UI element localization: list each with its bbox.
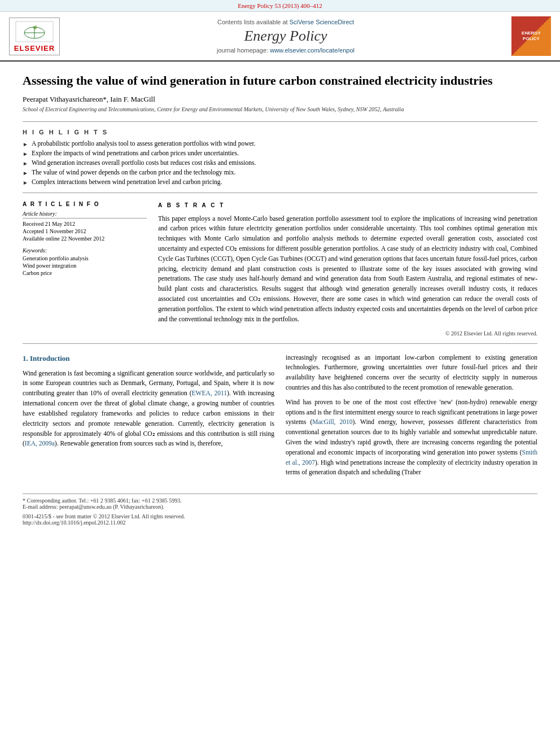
copyright-line: © 2012 Elsevier Ltd. All rights reserved… bbox=[158, 329, 537, 338]
abstract-column: A B S T R A C T This paper employs a nov… bbox=[158, 201, 537, 338]
main-content: Assessing the value of wind generation i… bbox=[0, 62, 560, 537]
footnote-section: * Corresponding author. Tel.: +61 2 9385… bbox=[23, 493, 537, 510]
highlight-item-5: ► Complex interactions between wind pene… bbox=[23, 178, 537, 186]
info-abstract-columns: A R T I C L E I N F O Article history: R… bbox=[23, 201, 537, 338]
article-info-label: A R T I C L E I N F O bbox=[23, 201, 147, 207]
highlight-arrow-1: ► bbox=[23, 141, 28, 147]
highlight-arrow-4: ► bbox=[23, 170, 28, 176]
smith-link[interactable]: Smith et al., 2007 bbox=[286, 449, 537, 466]
highlight-item-4: ► The value of wind power depends on the… bbox=[23, 169, 537, 176]
divider-1 bbox=[23, 121, 537, 122]
article-title: Assessing the value of wind generation i… bbox=[23, 73, 537, 89]
journal-citation-bar: Energy Policy 53 (2013) 400–412 bbox=[0, 0, 560, 12]
available-date: Available online 22 November 2012 bbox=[23, 235, 147, 242]
article-info-column: A R T I C L E I N F O Article history: R… bbox=[23, 201, 147, 338]
abstract-text: This paper employs a novel Monte-Carlo b… bbox=[158, 214, 537, 325]
journal-citation: Energy Policy 53 (2013) 400–412 bbox=[238, 2, 322, 9]
keyword-3: Carbon price bbox=[23, 270, 147, 276]
highlight-arrow-3: ► bbox=[23, 160, 28, 167]
journal-center-info: Contents lists available at SciVerse Sci… bbox=[60, 19, 511, 54]
intro-col2-para2: Wind has proven to be one of the most co… bbox=[286, 397, 537, 478]
highlight-text-3: Wind generation increases overall portfo… bbox=[32, 159, 256, 166]
elsevier-logo: 🌿 ELSEVIER bbox=[9, 18, 60, 55]
abstract-label: A B S T R A C T bbox=[158, 201, 537, 209]
intro-col1-para1: Wind generation is fast becoming a signi… bbox=[23, 369, 274, 449]
keywords-section: Keywords: Generation portfolio analysis … bbox=[23, 247, 147, 276]
highlight-item-2: ► Explore the impacts of wind penetratio… bbox=[23, 150, 537, 157]
highlight-item-3: ► Wind generation increases overall port… bbox=[23, 159, 537, 167]
homepage-line: journal homepage: www.elsevier.com/locat… bbox=[60, 47, 511, 54]
elsevier-logo-svg: 🌿 bbox=[15, 20, 54, 43]
highlight-arrow-2: ► bbox=[23, 151, 28, 157]
intro-heading: 1. Introduction bbox=[23, 353, 274, 364]
divider-3 bbox=[23, 343, 537, 344]
energy-policy-badge: ENERGY POLICY bbox=[511, 16, 551, 56]
corresponding-author: * Corresponding author. Tel.: +61 2 9385… bbox=[23, 497, 537, 504]
keywords-label: Keywords: bbox=[23, 247, 147, 254]
homepage-prefix: journal homepage: bbox=[217, 47, 270, 54]
highlight-text-5: Complex interactions between wind penetr… bbox=[32, 178, 222, 185]
sciverse-link[interactable]: SciVerse ScienceDirect bbox=[290, 19, 354, 25]
accepted-date: Accepted 1 November 2012 bbox=[23, 228, 147, 234]
badge-line2: POLICY bbox=[523, 36, 540, 42]
macgill-link[interactable]: MacGill, 2010 bbox=[312, 418, 352, 425]
keyword-1: Generation portfolio analysis bbox=[23, 255, 147, 261]
body-left-column: 1. Introduction Wind generation is fast … bbox=[23, 353, 274, 483]
highlights-label: H I G H L I G H T S bbox=[23, 129, 537, 136]
ewea-link[interactable]: EWEA, 2011 bbox=[192, 390, 228, 396]
homepage-link[interactable]: www.elsevier.com/locate/enpol bbox=[270, 47, 355, 54]
divider-2 bbox=[23, 193, 537, 193]
article-history-label: Article history: bbox=[23, 211, 147, 219]
email-address: E-mail address: peerapat@unsw.edu.au (P.… bbox=[23, 504, 537, 510]
body-columns: 1. Introduction Wind generation is fast … bbox=[23, 353, 537, 483]
elsevier-wordmark: ELSEVIER bbox=[12, 44, 57, 53]
journal-title: Energy Policy bbox=[60, 28, 511, 45]
highlight-item-1: ► A probabilistic portfolio analysis too… bbox=[23, 140, 537, 147]
received-date: Received 21 May 2012 bbox=[23, 221, 147, 227]
highlight-text-1: A probabilistic portfolio analysis tool … bbox=[32, 140, 256, 147]
sciverse-line: Contents lists available at SciVerse Sci… bbox=[60, 19, 511, 25]
bottom-info: 0301-4215/$ - see front matter © 2012 El… bbox=[23, 513, 537, 526]
iea-link[interactable]: IEA, 2009a bbox=[25, 440, 55, 447]
highlight-arrow-5: ► bbox=[23, 180, 28, 186]
sciverse-prefix: Contents lists available at bbox=[217, 19, 290, 25]
journal-header: 🌿 ELSEVIER Contents lists available at S… bbox=[0, 12, 560, 62]
badge-line1: ENERGY bbox=[522, 30, 541, 36]
highlights-section: H I G H L I G H T S ► A probabilistic po… bbox=[23, 129, 537, 186]
highlight-text-2: Explore the impacts of wind penetrations… bbox=[32, 150, 239, 156]
intro-col2-para1: increasingly recognised as an important … bbox=[286, 353, 537, 393]
authors: Peerapat Vithayasrichareon*, Iain F. Mac… bbox=[23, 95, 537, 104]
affiliation: School of Electrical Engineering and Tel… bbox=[23, 106, 537, 112]
doi-line: http://dx.doi.org/10.1016/j.enpol.2012.1… bbox=[23, 519, 537, 526]
body-right-column: increasingly recognised as an important … bbox=[286, 353, 537, 483]
issn-line: 0301-4215/$ - see front matter © 2012 El… bbox=[23, 513, 537, 519]
keyword-2: Wind power integration bbox=[23, 263, 147, 269]
highlight-text-4: The value of wind power depends on the c… bbox=[32, 169, 236, 176]
